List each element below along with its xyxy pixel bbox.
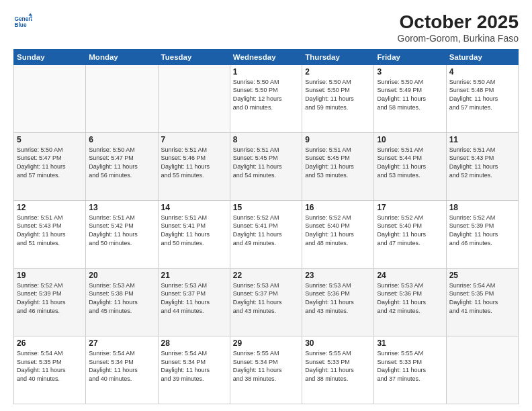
calendar-cell: 22Sunrise: 5:53 AM Sunset: 5:37 PM Dayli… (230, 268, 302, 336)
calendar-cell: 25Sunrise: 5:54 AM Sunset: 5:35 PM Dayli… (446, 268, 518, 336)
cell-info: Sunrise: 5:51 AM Sunset: 5:45 PM Dayligh… (305, 146, 371, 179)
calendar-cell: 30Sunrise: 5:55 AM Sunset: 5:33 PM Dayli… (302, 336, 374, 404)
calendar-cell: 31Sunrise: 5:55 AM Sunset: 5:33 PM Dayli… (374, 336, 446, 404)
day-number: 25 (449, 271, 515, 280)
calendar-cell: 15Sunrise: 5:52 AM Sunset: 5:41 PM Dayli… (230, 200, 302, 268)
cell-info: Sunrise: 5:51 AM Sunset: 5:43 PM Dayligh… (449, 146, 515, 179)
cell-info: Sunrise: 5:50 AM Sunset: 5:50 PM Dayligh… (233, 78, 299, 111)
day-number: 13 (89, 203, 154, 212)
day-number: 26 (17, 338, 83, 348)
day-number: 7 (161, 135, 227, 144)
calendar-cell: 13Sunrise: 5:51 AM Sunset: 5:42 PM Dayli… (86, 200, 158, 268)
cell-info: Sunrise: 5:53 AM Sunset: 5:36 PM Dayligh… (305, 281, 371, 315)
day-number: 28 (161, 338, 227, 348)
day-number: 23 (305, 271, 371, 280)
day-number: 9 (305, 135, 371, 144)
weekday-header-friday: Friday (374, 49, 446, 64)
day-number: 22 (233, 271, 299, 280)
calendar-cell: 8Sunrise: 5:51 AM Sunset: 5:45 PM Daylig… (230, 132, 302, 200)
subtitle: Gorom-Gorom, Burkina Faso (398, 33, 519, 44)
calendar-cell: 9Sunrise: 5:51 AM Sunset: 5:45 PM Daylig… (302, 132, 374, 200)
weekday-header-wednesday: Wednesday (230, 49, 302, 64)
calendar-table: SundayMondayTuesdayWednesdayThursdayFrid… (13, 49, 519, 404)
calendar-week-5: 26Sunrise: 5:54 AM Sunset: 5:35 PM Dayli… (14, 336, 519, 404)
calendar-cell: 5Sunrise: 5:50 AM Sunset: 5:47 PM Daylig… (14, 132, 86, 200)
title-area: October 2025 Gorom-Gorom, Burkina Faso (398, 12, 519, 44)
day-number: 20 (89, 271, 154, 280)
cell-info: Sunrise: 5:53 AM Sunset: 5:36 PM Dayligh… (377, 281, 443, 315)
day-number: 6 (89, 135, 154, 144)
cell-info: Sunrise: 5:54 AM Sunset: 5:35 PM Dayligh… (449, 281, 515, 315)
cell-info: Sunrise: 5:51 AM Sunset: 5:42 PM Dayligh… (89, 214, 154, 247)
cell-info: Sunrise: 5:55 AM Sunset: 5:34 PM Dayligh… (233, 349, 299, 383)
cell-info: Sunrise: 5:50 AM Sunset: 5:50 PM Dayligh… (305, 78, 371, 111)
calendar-week-1: 1Sunrise: 5:50 AM Sunset: 5:50 PM Daylig… (14, 64, 519, 132)
cell-info: Sunrise: 5:54 AM Sunset: 5:35 PM Dayligh… (17, 349, 83, 383)
calendar-cell: 23Sunrise: 5:53 AM Sunset: 5:36 PM Dayli… (302, 268, 374, 336)
cell-info: Sunrise: 5:52 AM Sunset: 5:39 PM Dayligh… (449, 214, 515, 247)
calendar-cell: 3Sunrise: 5:50 AM Sunset: 5:49 PM Daylig… (374, 64, 446, 132)
day-number: 27 (89, 338, 154, 348)
cell-info: Sunrise: 5:51 AM Sunset: 5:43 PM Dayligh… (17, 214, 83, 247)
cell-info: Sunrise: 5:52 AM Sunset: 5:40 PM Dayligh… (377, 214, 443, 247)
calendar-cell: 17Sunrise: 5:52 AM Sunset: 5:40 PM Dayli… (374, 200, 446, 268)
day-number: 19 (17, 271, 83, 280)
calendar-cell: 12Sunrise: 5:51 AM Sunset: 5:43 PM Dayli… (14, 200, 86, 268)
month-title: October 2025 (398, 12, 519, 33)
calendar-cell: 27Sunrise: 5:54 AM Sunset: 5:34 PM Dayli… (86, 336, 158, 404)
cell-info: Sunrise: 5:51 AM Sunset: 5:46 PM Dayligh… (161, 146, 227, 179)
day-number: 4 (449, 67, 515, 77)
calendar-cell: 28Sunrise: 5:54 AM Sunset: 5:34 PM Dayli… (158, 336, 230, 404)
calendar-cell: 29Sunrise: 5:55 AM Sunset: 5:34 PM Dayli… (230, 336, 302, 404)
cell-info: Sunrise: 5:51 AM Sunset: 5:45 PM Dayligh… (233, 146, 299, 179)
day-number: 10 (377, 135, 443, 144)
day-number: 24 (377, 271, 443, 280)
calendar-week-2: 5Sunrise: 5:50 AM Sunset: 5:47 PM Daylig… (14, 132, 519, 200)
logo-icon: General Blue (13, 12, 32, 31)
cell-info: Sunrise: 5:52 AM Sunset: 5:39 PM Dayligh… (17, 281, 83, 315)
day-number: 3 (377, 67, 443, 77)
weekday-header-saturday: Saturday (446, 49, 518, 64)
cell-info: Sunrise: 5:51 AM Sunset: 5:41 PM Dayligh… (161, 214, 227, 247)
calendar-cell: 16Sunrise: 5:52 AM Sunset: 5:40 PM Dayli… (302, 200, 374, 268)
day-number: 17 (377, 203, 443, 212)
calendar-cell: 7Sunrise: 5:51 AM Sunset: 5:46 PM Daylig… (158, 132, 230, 200)
weekday-header-monday: Monday (86, 49, 158, 64)
day-number: 12 (17, 203, 83, 212)
day-number: 16 (305, 203, 371, 212)
cell-info: Sunrise: 5:52 AM Sunset: 5:41 PM Dayligh… (233, 214, 299, 247)
day-number: 1 (233, 67, 299, 77)
cell-info: Sunrise: 5:54 AM Sunset: 5:34 PM Dayligh… (161, 349, 227, 383)
day-number: 21 (161, 271, 227, 280)
weekday-header-row: SundayMondayTuesdayWednesdayThursdayFrid… (14, 49, 519, 64)
cell-info: Sunrise: 5:51 AM Sunset: 5:44 PM Dayligh… (377, 146, 443, 179)
calendar-cell: 24Sunrise: 5:53 AM Sunset: 5:36 PM Dayli… (374, 268, 446, 336)
cell-info: Sunrise: 5:54 AM Sunset: 5:34 PM Dayligh… (89, 349, 154, 383)
calendar-cell: 2Sunrise: 5:50 AM Sunset: 5:50 PM Daylig… (302, 64, 374, 132)
day-number: 15 (233, 203, 299, 212)
calendar-week-3: 12Sunrise: 5:51 AM Sunset: 5:43 PM Dayli… (14, 200, 519, 268)
day-number: 2 (305, 67, 371, 77)
cell-info: Sunrise: 5:53 AM Sunset: 5:38 PM Dayligh… (89, 281, 154, 315)
calendar-cell (86, 64, 158, 132)
header: General Blue October 2025 Gorom-Gorom, B… (13, 12, 519, 44)
cell-info: Sunrise: 5:53 AM Sunset: 5:37 PM Dayligh… (161, 281, 227, 315)
weekday-header-tuesday: Tuesday (158, 49, 230, 64)
cell-info: Sunrise: 5:55 AM Sunset: 5:33 PM Dayligh… (305, 349, 371, 383)
calendar-cell: 19Sunrise: 5:52 AM Sunset: 5:39 PM Dayli… (14, 268, 86, 336)
weekday-header-sunday: Sunday (14, 49, 86, 64)
cell-info: Sunrise: 5:50 AM Sunset: 5:47 PM Dayligh… (89, 146, 154, 179)
calendar-cell: 4Sunrise: 5:50 AM Sunset: 5:48 PM Daylig… (446, 64, 518, 132)
calendar-cell: 20Sunrise: 5:53 AM Sunset: 5:38 PM Dayli… (86, 268, 158, 336)
day-number: 29 (233, 338, 299, 348)
calendar-cell: 26Sunrise: 5:54 AM Sunset: 5:35 PM Dayli… (14, 336, 86, 404)
page: General Blue October 2025 Gorom-Gorom, B… (0, 0, 532, 411)
cell-info: Sunrise: 5:53 AM Sunset: 5:37 PM Dayligh… (233, 281, 299, 315)
calendar-cell (158, 64, 230, 132)
weekday-header-thursday: Thursday (302, 49, 374, 64)
cell-info: Sunrise: 5:55 AM Sunset: 5:33 PM Dayligh… (377, 349, 443, 383)
svg-text:Blue: Blue (14, 21, 26, 28)
day-number: 11 (449, 135, 515, 144)
calendar-cell: 1Sunrise: 5:50 AM Sunset: 5:50 PM Daylig… (230, 64, 302, 132)
calendar-cell: 10Sunrise: 5:51 AM Sunset: 5:44 PM Dayli… (374, 132, 446, 200)
